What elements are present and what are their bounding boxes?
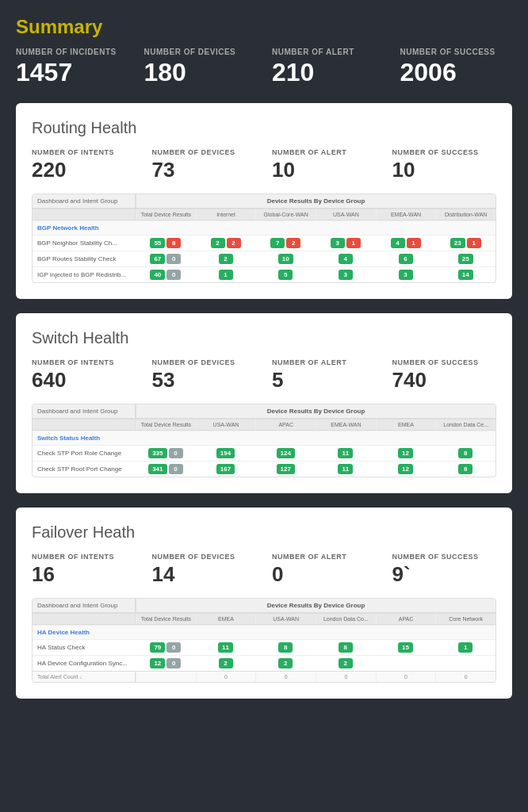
category-empty-cell bbox=[255, 436, 316, 441]
group-data-cell: 2 bbox=[316, 656, 376, 671]
card-stats-row: NUMBER OF INTENTS 220 NUMBER OF DEVICES … bbox=[32, 148, 496, 182]
footer-cell: 0 bbox=[376, 672, 436, 682]
stat-label: NUMBER OF ALERT bbox=[272, 48, 385, 56]
group-col-header: EMEA-WAN bbox=[316, 419, 376, 430]
summary-stat-item: NUMBER OF INCIDENTS 1457 bbox=[16, 48, 128, 87]
card-stat-item: NUMBER OF INTENTS 16 bbox=[32, 553, 136, 587]
card-stat-value: 10 bbox=[392, 158, 497, 182]
green-badge: 1 bbox=[219, 270, 233, 280]
health-card: Failover Heath NUMBER OF INTENTS 16 NUMB… bbox=[16, 508, 512, 699]
card-stat-item: NUMBER OF ALERT 0 bbox=[272, 553, 377, 587]
group-col-header: USA-WAN bbox=[196, 419, 256, 430]
category-empty-cell bbox=[196, 226, 256, 231]
group-data-cell: 231 bbox=[435, 236, 495, 251]
green-badge: 2 bbox=[211, 238, 225, 248]
card-stat-label: NUMBER OF INTENTS bbox=[32, 553, 136, 561]
category-empty-cell bbox=[435, 226, 495, 231]
card-stat-item: NUMBER OF INTENTS 220 bbox=[32, 148, 136, 182]
card-stat-value: 9` bbox=[392, 562, 497, 587]
group-col-header: Global-Core-WAN bbox=[255, 209, 316, 220]
card-title: Switch Health bbox=[32, 329, 496, 347]
table-footer-row: Total Alert Count ↓00000 bbox=[33, 671, 495, 682]
group-col-header: USA-WAN bbox=[316, 209, 376, 220]
card-stat-item: NUMBER OF ALERT 5 bbox=[272, 358, 377, 393]
row-label: BGP Routes Stability Check bbox=[33, 252, 136, 266]
green-badge: 335 bbox=[148, 448, 166, 458]
stat-value: 180 bbox=[144, 58, 257, 87]
zero-badge: 0 bbox=[169, 448, 183, 458]
card-stat-label: NUMBER OF DEVICES bbox=[152, 358, 257, 366]
total-data-cell: 670 bbox=[136, 251, 196, 266]
group-data-cell: 41 bbox=[376, 236, 436, 251]
card-stat-value: 5 bbox=[272, 368, 377, 393]
card-stat-label: NUMBER OF INTENTS bbox=[32, 148, 136, 156]
green-badge: 12 bbox=[398, 448, 413, 458]
table-top-header-row: Dashboard and Intent GroupDevice Results… bbox=[33, 599, 495, 613]
card-stat-item: NUMBER OF INTENTS 640 bbox=[32, 358, 136, 393]
card-stat-item: NUMBER OF SUCCESS 740 bbox=[392, 358, 497, 393]
device-results-label: Device Results By Device Group bbox=[136, 194, 495, 208]
table-row: BGP Routes Stability Check6702104625 bbox=[33, 251, 495, 266]
table-top-header-row: Dashboard and Intent GroupDevice Results… bbox=[33, 404, 495, 419]
group-data-cell: 2 bbox=[196, 251, 256, 266]
category-label[interactable]: Switch Status Health bbox=[33, 431, 136, 445]
card-stat-value: 220 bbox=[32, 158, 136, 182]
device-results-label: Device Results By Device Group bbox=[136, 404, 495, 418]
card-stat-item: NUMBER OF DEVICES 53 bbox=[152, 358, 257, 393]
green-badge: 194 bbox=[216, 448, 235, 458]
zero-badge: 0 bbox=[166, 270, 181, 280]
group-data-cell: 12 bbox=[376, 462, 436, 477]
card-stat-item: NUMBER OF SUCCESS 10 bbox=[392, 148, 497, 182]
card-stat-label: NUMBER OF DEVICES bbox=[152, 148, 257, 156]
category-empty-cell bbox=[196, 630, 256, 635]
green-badge: 14 bbox=[458, 270, 473, 280]
table-row: BGP Neighbor Stability Ch...558227231412… bbox=[33, 235, 495, 251]
green-badge: 8 bbox=[458, 448, 473, 458]
card-stat-value: 73 bbox=[152, 158, 257, 182]
green-badge: 23 bbox=[450, 238, 465, 248]
row-label: BGP Neighbor Stability Ch... bbox=[33, 236, 136, 250]
green-badge: 8 bbox=[278, 642, 293, 653]
category-row: HA Device Health bbox=[33, 625, 495, 639]
category-empty-cell bbox=[316, 226, 376, 231]
card-stat-value: 740 bbox=[392, 368, 497, 393]
group-data-cell: 4 bbox=[316, 251, 376, 266]
group-data-cell: 2 bbox=[255, 656, 316, 671]
table-corner-label: Dashboard and Intent Group bbox=[33, 599, 136, 612]
card-stat-item: NUMBER OF SUCCESS 9` bbox=[392, 553, 497, 587]
summary-stats-row: NUMBER OF INCIDENTS 1457 NUMBER OF DEVIC… bbox=[16, 48, 512, 87]
category-empty-cell bbox=[196, 436, 256, 441]
cards-container: Routing Health NUMBER OF INTENTS 220 NUM… bbox=[16, 103, 512, 699]
card-stat-value: 14 bbox=[152, 562, 257, 587]
total-data-cell: 3410 bbox=[136, 462, 196, 477]
group-col-header: APAC bbox=[255, 419, 316, 430]
group-data-cell: 8 bbox=[316, 640, 376, 655]
group-col-header: London Data Ce... bbox=[435, 419, 495, 430]
group-data-cell: 11 bbox=[316, 462, 376, 477]
category-label[interactable]: BGP Network Health bbox=[33, 221, 136, 235]
footer-cell: 0 bbox=[435, 672, 495, 682]
group-data-cell: 15 bbox=[376, 640, 436, 655]
category-label[interactable]: HA Device Health bbox=[33, 626, 136, 639]
zero-badge: 0 bbox=[166, 658, 181, 668]
card-stat-label: NUMBER OF SUCCESS bbox=[392, 553, 497, 561]
green-badge: 79 bbox=[150, 642, 165, 653]
category-empty-cell bbox=[376, 226, 436, 231]
health-card: Routing Health NUMBER OF INTENTS 220 NUM… bbox=[16, 103, 512, 299]
green-badge: 3 bbox=[331, 238, 345, 248]
green-badge: 4 bbox=[339, 254, 353, 264]
group-data-cell: 6 bbox=[376, 251, 436, 266]
green-badge: 6 bbox=[399, 254, 413, 264]
red-badge: 1 bbox=[346, 238, 361, 248]
card-stat-label: NUMBER OF ALERT bbox=[272, 148, 377, 156]
stat-label: NUMBER OF INCIDENTS bbox=[16, 48, 128, 56]
red-badge: 1 bbox=[407, 238, 421, 248]
table-row: IGP Injected to BGP Redistrib...40015331… bbox=[33, 266, 495, 282]
table-col-header-row: Total Device ResultsUSA-WANAPACEMEA-WANE… bbox=[33, 419, 495, 431]
device-results-table: Dashboard and Intent GroupDevice Results… bbox=[32, 193, 496, 283]
table-row: HA Status Check7901188151 bbox=[33, 639, 495, 655]
card-stat-label: NUMBER OF DEVICES bbox=[152, 553, 257, 561]
table-row: Check STP Port Role Change33501941241112… bbox=[33, 445, 495, 461]
table-corner-label: Dashboard and Intent Group bbox=[33, 194, 136, 208]
card-stat-item: NUMBER OF DEVICES 14 bbox=[152, 553, 257, 587]
